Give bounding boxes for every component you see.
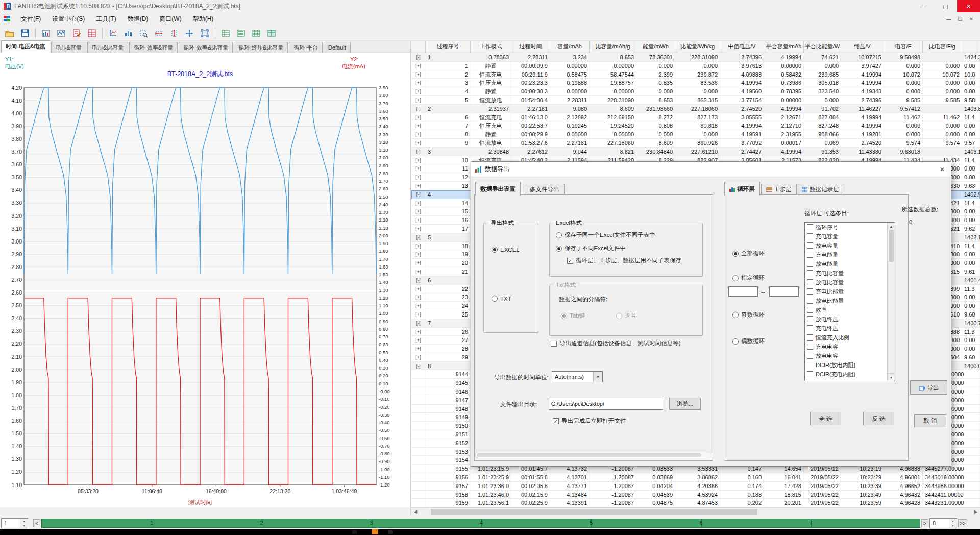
- child-minimize-icon[interactable]: —: [943, 14, 954, 24]
- radio-comma-separator[interactable]: 逗号: [616, 312, 636, 320]
- child-restore-icon[interactable]: ❐: [954, 14, 966, 24]
- table-row[interactable]: [-]22.319372.271819.0808.609231.93660227…: [411, 105, 980, 113]
- radio-same-file[interactable]: 保存于同一个Excel文件不同子表中: [556, 231, 655, 239]
- listbox-scrollbar-thumb[interactable]: [889, 230, 894, 262]
- column-header[interactable]: 工作模式: [471, 41, 511, 53]
- item-checkbox[interactable]: [807, 298, 813, 304]
- list-item[interactable]: DCIR(充电内阻): [805, 370, 887, 379]
- view-tab[interactable]: 循环-平台: [289, 42, 323, 53]
- invert-selection-button[interactable]: 反 选: [863, 412, 894, 425]
- table-row[interactable]: [+]1静置00:00:09.90.000000.000000.0000.000…: [411, 62, 980, 70]
- item-checkbox[interactable]: [807, 316, 813, 322]
- menu-item[interactable]: 数据(D): [122, 12, 154, 26]
- table-row[interactable]: 91561.01:23:25.900:01:55.84.13701-1.2008…: [411, 473, 980, 482]
- tab-multifile-export[interactable]: 多文件导出: [525, 184, 565, 195]
- data-grid-icon[interactable]: [264, 26, 279, 40]
- item-checkbox[interactable]: [807, 279, 813, 285]
- menu-item[interactable]: 窗口(W): [154, 12, 187, 26]
- radio-odd-cycles[interactable]: 奇数循环: [732, 311, 765, 319]
- tab-cycle-layer[interactable]: 循环层: [724, 182, 760, 196]
- table-row[interactable]: [+]5恒流放电01:54:00.42.28311228.310908.6538…: [411, 96, 980, 105]
- menu-item[interactable]: 设置中心(S): [46, 12, 90, 26]
- item-checkbox[interactable]: [807, 224, 813, 230]
- spin-up-icon[interactable]: ▲: [949, 519, 957, 523]
- tab-step-layer[interactable]: 工步层: [761, 184, 797, 195]
- page-range-bar[interactable]: 1234567: [41, 519, 920, 528]
- table-row[interactable]: [-]32.308482.276129.0448.621230.84840227…: [411, 148, 980, 156]
- list-item[interactable]: 循环序号: [805, 223, 887, 232]
- item-checkbox[interactable]: [807, 371, 813, 377]
- tab-export-settings[interactable]: 数据导出设置: [475, 182, 521, 196]
- page-segment-label[interactable]: 3: [370, 520, 373, 526]
- radio-excel[interactable]: EXCEL: [492, 247, 520, 253]
- current-page-spinner[interactable]: 1 ▲▼: [1, 518, 28, 528]
- list-item[interactable]: 放电电容: [805, 351, 887, 360]
- scrollbar-thumb[interactable]: [431, 509, 757, 515]
- item-checkbox[interactable]: [807, 353, 813, 359]
- column-header[interactable]: 过程序号: [426, 41, 471, 53]
- item-checkbox[interactable]: [807, 362, 813, 368]
- radio-all-cycles[interactable]: 全部循环: [732, 250, 765, 257]
- spin-down-icon[interactable]: ▼: [949, 523, 957, 528]
- page-count-spinner[interactable]: 8 ▲▼: [929, 518, 957, 528]
- process-grid-icon[interactable]: [84, 26, 99, 40]
- cycle-from-input[interactable]: [728, 286, 758, 297]
- column-header[interactable]: [962, 41, 979, 53]
- minimize-icon[interactable]: —: [911, 0, 934, 12]
- channel-monitor-icon[interactable]: [38, 26, 53, 40]
- table-row[interactable]: [+]8静置00:00:29.90.000000.000000.0000.000…: [411, 130, 980, 139]
- table-row[interactable]: [+]3恒压充电00:23:23.30.1988819.887570.83583…: [411, 79, 980, 87]
- record-table-icon[interactable]: [249, 26, 263, 40]
- zoom-box-icon[interactable]: [136, 26, 151, 40]
- check-channel-info[interactable]: 导出通道信息(包括设备信息、测试时间信息等): [551, 339, 681, 347]
- item-checkbox[interactable]: [807, 288, 813, 295]
- cycle-items-listbox[interactable]: 循环序号充电容量放电容量充电能量放电能量充电比容量放电比容量充电比能量放电比能量…: [804, 222, 895, 381]
- open-file-icon[interactable]: [2, 26, 17, 40]
- item-checkbox[interactable]: [807, 344, 813, 350]
- radio-even-cycles[interactable]: 偶数循环: [732, 337, 765, 345]
- list-item[interactable]: 充电容量: [805, 232, 887, 241]
- overlay-chart-icon[interactable]: [120, 26, 135, 40]
- list-item[interactable]: 充电比能量: [805, 287, 887, 296]
- select-all-button[interactable]: 全 选: [810, 412, 841, 425]
- cycle-table-icon[interactable]: [218, 26, 233, 40]
- table-row[interactable]: [+]4静置00:00:30.30.000000.000000.0000.000…: [411, 87, 980, 96]
- list-item[interactable]: 放电比能量: [805, 296, 887, 305]
- view-tab[interactable]: 电压&比容量: [87, 42, 128, 53]
- pan-icon[interactable]: [182, 26, 197, 40]
- check-separate-sheets[interactable]: ✓循环层、工步层、数据层用不同子表保存: [567, 257, 681, 264]
- child-close-icon[interactable]: ✕: [966, 14, 977, 24]
- radio-specified-cycles[interactable]: 指定循环: [732, 274, 765, 282]
- record-edit-icon[interactable]: [69, 26, 84, 40]
- spin-down-icon[interactable]: ▼: [20, 523, 28, 528]
- list-item[interactable]: 充电比容量: [805, 269, 887, 278]
- column-header[interactable]: 平台容量/mAh: [764, 41, 804, 53]
- save-icon[interactable]: [17, 26, 32, 40]
- close-icon[interactable]: ✕: [957, 0, 980, 12]
- list-item[interactable]: DCIR(放电内阻): [805, 360, 887, 370]
- column-header[interactable]: 中值电压/V: [720, 41, 764, 53]
- list-item[interactable]: 放电比容量: [805, 278, 887, 287]
- column-header[interactable]: 容量/mAh: [550, 41, 590, 53]
- cycle-to-input[interactable]: [769, 286, 799, 297]
- page-segment-label[interactable]: 4: [480, 520, 483, 526]
- page-segment-label[interactable]: 6: [699, 520, 702, 526]
- column-header[interactable]: 比容量/mAh/g: [590, 41, 636, 53]
- dialog-scrollbar[interactable]: [475, 452, 712, 458]
- output-dir-input[interactable]: [549, 398, 663, 410]
- column-header[interactable]: 电容/F: [884, 41, 923, 53]
- list-item[interactable]: 放电能量: [805, 259, 887, 269]
- column-header[interactable]: 比能量/Wh/kg: [675, 41, 720, 53]
- item-checkbox[interactable]: [807, 334, 813, 341]
- table-row[interactable]: [+]7恒压充电00:22:53.70.1924519.245200.80880…: [411, 121, 980, 130]
- column-header[interactable]: 终压/V: [841, 41, 884, 53]
- list-item[interactable]: 放电容量: [805, 241, 887, 250]
- menu-item[interactable]: 文件(F): [15, 12, 46, 26]
- item-checkbox[interactable]: [807, 252, 813, 258]
- fit-view-icon[interactable]: [197, 26, 212, 40]
- column-header[interactable]: 比电容/F/g: [923, 41, 962, 53]
- table-row[interactable]: [+]9恒流放电01:53:27.62.27181227.180608.6098…: [411, 139, 980, 148]
- scroll-right-icon[interactable]: ▶: [972, 508, 980, 515]
- spin-up-icon[interactable]: ▲: [20, 519, 28, 523]
- column-header[interactable]: 过程时间: [511, 41, 550, 53]
